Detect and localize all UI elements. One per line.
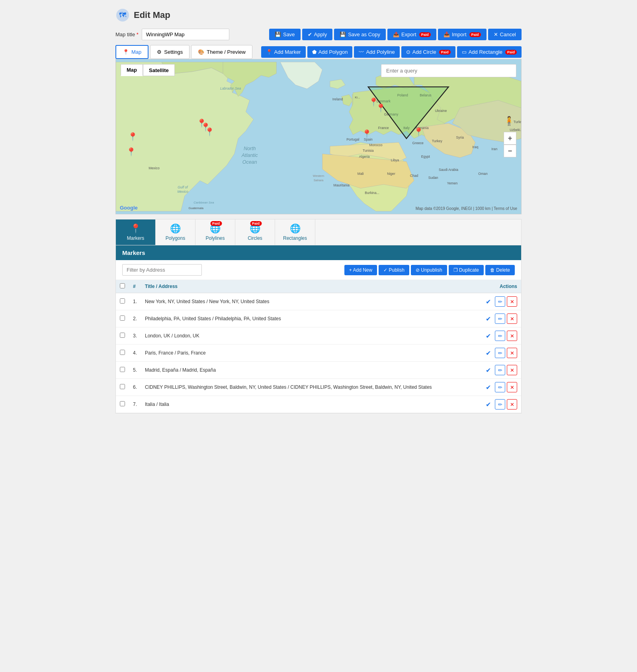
svg-text:Iran: Iran bbox=[491, 147, 497, 151]
map-actions: 📍 Add Marker ⬟ Add Polygon 〰 Add Polylin… bbox=[261, 46, 522, 58]
row-publish-icon[interactable]: ✔ bbox=[483, 348, 493, 358]
row-checkbox[interactable] bbox=[120, 384, 125, 389]
save-button[interactable]: 💾 Save bbox=[269, 29, 301, 40]
row-edit-button[interactable]: ✏ bbox=[495, 399, 505, 409]
svg-text:Ireland: Ireland bbox=[332, 97, 343, 101]
add-marker-icon: 📍 bbox=[266, 49, 272, 55]
row-edit-button[interactable]: ✏ bbox=[495, 382, 505, 392]
map-search-input[interactable] bbox=[381, 64, 516, 77]
add-polygon-button[interactable]: ⬟ Add Polygon bbox=[307, 46, 353, 58]
row-checkbox[interactable] bbox=[120, 367, 125, 372]
marker-germany[interactable]: 📍 bbox=[376, 103, 386, 113]
svg-text:Mali: Mali bbox=[358, 172, 364, 176]
row-publish-icon[interactable]: ✔ bbox=[483, 365, 493, 375]
row-title: New York, NY, United States / New York, … bbox=[141, 293, 473, 310]
svg-text:Mauritania: Mauritania bbox=[333, 183, 349, 187]
row-title: Paris, France / Paris, France bbox=[141, 345, 473, 362]
row-edit-button[interactable]: ✏ bbox=[495, 296, 505, 307]
marker-italy[interactable]: 📍 bbox=[414, 127, 424, 137]
add-new-marker-button[interactable]: + Add New bbox=[344, 265, 377, 275]
markers-tab-rectangles[interactable]: 🌐 Rectangles bbox=[275, 219, 315, 245]
import-button[interactable]: 📥 Import Paid bbox=[438, 29, 487, 40]
row-number: 6. bbox=[129, 379, 141, 396]
row-edit-button[interactable]: ✏ bbox=[495, 331, 505, 341]
apply-icon: ✔ bbox=[308, 31, 312, 37]
markers-panel: 📍 Markers 🌐 Polygons Paid 🌐 Polylines Pa… bbox=[115, 219, 522, 413]
markers-tab-polygons[interactable]: 🌐 Polygons bbox=[156, 219, 195, 245]
svg-text:Sahara: Sahara bbox=[314, 178, 324, 182]
row-publish-icon[interactable]: ✔ bbox=[483, 296, 493, 307]
add-polyline-button[interactable]: 〰 Add Polyline bbox=[354, 46, 399, 58]
zoom-out-button[interactable]: − bbox=[504, 145, 516, 157]
row-checkbox[interactable] bbox=[120, 333, 125, 338]
row-delete-button[interactable]: ✕ bbox=[507, 313, 517, 324]
street-view-button[interactable]: 🧍 bbox=[504, 116, 516, 130]
add-marker-button[interactable]: 📍 Add Marker bbox=[261, 46, 306, 58]
svg-text:Egypt: Egypt bbox=[421, 155, 430, 159]
row-checkbox[interactable] bbox=[120, 401, 125, 406]
row-delete-button[interactable]: ✕ bbox=[507, 348, 517, 358]
row-delete-button[interactable]: ✕ bbox=[507, 331, 517, 341]
row-delete-button[interactable]: ✕ bbox=[507, 382, 517, 392]
delete-button[interactable]: 🗑 Delete bbox=[485, 265, 515, 275]
svg-text:Mexico: Mexico bbox=[149, 166, 160, 170]
export-button[interactable]: 📤 Export Paid bbox=[387, 29, 436, 40]
tab-row: 📍 Map ⚙ Settings 🎨 Theme / Preview bbox=[115, 45, 252, 59]
map-container[interactable]: Western Sahara Mexico Cuba Puerto Rico G… bbox=[115, 59, 522, 214]
row-title: Philadelphia, PA, United States / Philad… bbox=[141, 310, 473, 327]
rectangle-paid-badge: Paid bbox=[505, 50, 517, 55]
row-publish-icon[interactable]: ✔ bbox=[483, 331, 493, 341]
filter-input[interactable] bbox=[122, 264, 202, 276]
row-publish-icon[interactable]: ✔ bbox=[483, 399, 493, 409]
table-row: 5. Madrid, España / Madrid, España ✔ ✏ ✕ bbox=[116, 362, 521, 379]
zoom-in-button[interactable]: + bbox=[504, 132, 516, 145]
circle-paid-badge: Paid bbox=[439, 50, 451, 55]
svg-text:Iraq: Iraq bbox=[472, 145, 478, 149]
row-publish-icon[interactable]: ✔ bbox=[483, 382, 493, 392]
marker-ny[interactable]: 📍 bbox=[128, 132, 138, 141]
row-edit-button[interactable]: ✏ bbox=[495, 313, 505, 324]
row-number: 7. bbox=[129, 396, 141, 413]
save-as-copy-button[interactable]: 💾 Save as Copy bbox=[334, 29, 386, 40]
row-checkbox[interactable] bbox=[120, 298, 125, 304]
markers-tab-polylines[interactable]: Paid 🌐 Polylines bbox=[195, 219, 235, 245]
row-delete-button[interactable]: ✕ bbox=[507, 399, 517, 409]
marker-canada3[interactable]: 📍 bbox=[205, 127, 215, 137]
svg-text:Mexico: Mexico bbox=[177, 190, 188, 194]
svg-text:Ocean: Ocean bbox=[242, 159, 257, 165]
map-view-tab-map[interactable]: Map bbox=[121, 64, 143, 76]
tab-theme-preview[interactable]: 🎨 Theme / Preview bbox=[191, 45, 252, 59]
row-edit-button[interactable]: ✏ bbox=[495, 365, 505, 375]
marker-spain[interactable]: 📍 bbox=[362, 129, 372, 139]
select-all-checkbox[interactable] bbox=[120, 283, 125, 288]
row-delete-button[interactable]: ✕ bbox=[507, 365, 517, 375]
rectangles-tab-icon: 🌐 bbox=[290, 223, 301, 234]
row-edit-button[interactable]: ✏ bbox=[495, 348, 505, 358]
tab-settings[interactable]: ⚙ Settings bbox=[150, 45, 190, 59]
map-title-input[interactable] bbox=[142, 29, 229, 40]
row-delete-button[interactable]: ✕ bbox=[507, 296, 517, 307]
svg-text:Burkina...: Burkina... bbox=[365, 191, 379, 195]
add-rectangle-button[interactable]: ▭ Add Rectangle Paid bbox=[457, 46, 522, 58]
markers-tab-markers[interactable]: 📍 Markers bbox=[116, 219, 156, 245]
markers-actions: + Add New ✓ Publish ⊘ Unpublish ❐ Duplic… bbox=[344, 265, 515, 275]
svg-text:Portugal: Portugal bbox=[346, 137, 359, 141]
svg-text:Algeria: Algeria bbox=[359, 155, 370, 159]
unpublish-button[interactable]: ⊘ Unpublish bbox=[411, 265, 447, 275]
row-number: 5. bbox=[129, 362, 141, 379]
cancel-button[interactable]: ✕ Cancel bbox=[488, 29, 522, 40]
markers-tab-circles[interactable]: Paid 🌐 Circles bbox=[235, 219, 275, 245]
table-row: 4. Paris, France / Paris, France ✔ ✏ ✕ bbox=[116, 345, 521, 362]
add-polyline-icon: 〰 bbox=[359, 49, 364, 55]
add-circle-button[interactable]: ⊙ Add Circle Paid bbox=[401, 46, 455, 58]
apply-button[interactable]: ✔ Apply bbox=[302, 29, 333, 40]
map-view-tab-satellite[interactable]: Satellite bbox=[143, 64, 175, 76]
marker-us[interactable]: 📍 bbox=[126, 147, 136, 157]
publish-button[interactable]: ✓ Publish bbox=[379, 265, 409, 275]
circles-paid-badge: Paid bbox=[250, 221, 262, 226]
duplicate-button[interactable]: ❐ Duplicate bbox=[449, 265, 484, 275]
row-publish-icon[interactable]: ✔ bbox=[483, 313, 493, 324]
row-checkbox[interactable] bbox=[120, 350, 125, 355]
tab-map[interactable]: 📍 Map bbox=[115, 45, 149, 59]
row-checkbox[interactable] bbox=[120, 315, 125, 321]
